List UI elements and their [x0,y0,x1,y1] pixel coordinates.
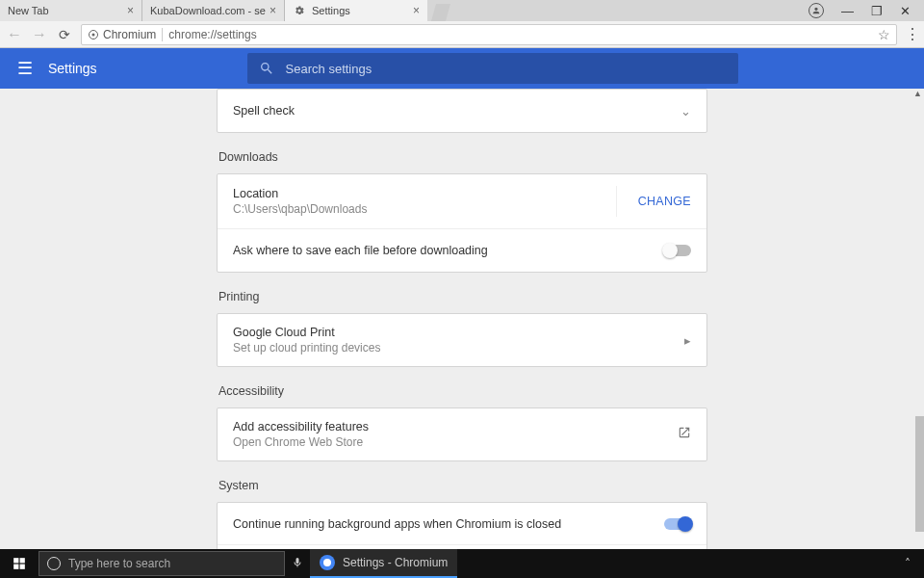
address-bar: ← → ⟳ Chromium chrome://settings ☆ ⋮ [0,21,924,48]
settings-scroll[interactable]: ▲ Spell check ⌄ Downloads Location C:\Us… [0,89,924,549]
start-button[interactable] [0,549,38,578]
background-apps-row[interactable]: Continue running background apps when Ch… [218,503,706,545]
site-chip-label: Chromium [103,28,156,41]
row-subtitle: Open Chrome Web Store [233,435,678,449]
row-title: Google Cloud Print [233,326,684,339]
settings-app: ☰ Settings ▲ Spell check ⌄ Downloads Loc… [0,48,924,549]
cortana-icon [47,557,61,570]
row-title: Location [233,187,616,200]
window-controls: — ❐ ✕ [795,0,924,21]
chevron-right-icon: ▸ [684,333,691,348]
taskbar-search[interactable]: Type here to search [38,551,285,576]
search-icon [259,61,274,76]
system-tray: ˄ [891,557,924,570]
svg-rect-4 [13,565,18,569]
row-subtitle: C:\Users\qbap\Downloads [233,202,616,216]
reload-icon[interactable]: ⟳ [56,27,73,42]
windows-taskbar: Type here to search Settings - Chromium … [0,549,924,578]
maximize-icon[interactable]: ❐ [871,4,883,18]
ask-before-download-row[interactable]: Ask where to save each file before downl… [218,229,706,272]
spellcheck-row[interactable]: Spell check ⌄ [218,90,706,132]
system-card: Continue running background apps when Ch… [217,502,707,549]
close-icon[interactable]: × [127,4,134,17]
mic-icon[interactable] [285,556,310,572]
browser-menu-icon[interactable]: ⋮ [905,25,918,43]
chromium-icon [320,555,335,570]
forward-icon[interactable]: → [31,26,48,43]
url-text: chrome://settings [168,28,256,41]
section-accessibility-label: Accessibility [218,384,707,398]
settings-header: ☰ Settings [0,48,924,89]
taskbar-app-chromium[interactable]: Settings - Chromium [310,549,457,578]
close-icon[interactable]: × [413,4,420,17]
browser-tab[interactable]: New Tab × [0,0,142,21]
taskbar-search-placeholder: Type here to search [68,557,170,570]
tab-title: Settings [312,5,413,16]
printing-card: Google Cloud Print Set up cloud printing… [217,313,707,367]
browser-tab-strip: New Tab × KubaDownload.com - se × Settin… [0,0,924,21]
svg-rect-5 [20,565,25,569]
row-title: Spell check [233,104,680,118]
taskbar-app-label: Settings - Chromium [343,556,448,569]
google-cloud-print-row[interactable]: Google Cloud Print Set up cloud printing… [218,314,706,366]
new-tab-button[interactable] [431,4,450,21]
bookmark-star-icon[interactable]: ☆ [878,27,890,42]
download-location-row: Location C:\Users\qbap\Downloads CHANGE [218,174,706,229]
tray-chevron-up-icon[interactable]: ˄ [905,557,911,570]
site-chip: Chromium [88,28,163,41]
user-avatar[interactable] [808,3,824,18]
search-input[interactable] [286,62,727,76]
browser-tab[interactable]: KubaDownload.com - se × [142,0,285,21]
svg-rect-3 [20,558,25,563]
section-downloads-label: Downloads [218,150,707,164]
row-subtitle: Set up cloud printing devices [233,341,684,355]
gear-icon [293,4,306,17]
toggle-switch[interactable] [664,518,691,530]
row-title: Add accessibility features [233,420,678,434]
svg-rect-2 [13,558,18,563]
spellcheck-card: Spell check ⌄ [217,89,707,133]
tab-title: New Tab [8,5,127,16]
row-title: Ask where to save each file before downl… [233,244,664,257]
accessibility-card: Add accessibility features Open Chrome W… [217,407,707,461]
minimize-icon[interactable]: — [841,4,854,18]
tab-title: KubaDownload.com - se [150,5,270,16]
browser-tab-active[interactable]: Settings × [285,0,427,21]
change-button[interactable]: CHANGE [616,186,691,217]
row-title: Continue running background apps when Ch… [233,517,664,531]
downloads-card: Location C:\Users\qbap\Downloads CHANGE … [217,173,707,273]
accessibility-features-row[interactable]: Add accessibility features Open Chrome W… [218,408,706,460]
section-printing-label: Printing [218,290,707,303]
search-container [247,53,738,84]
back-icon[interactable]: ← [6,26,23,43]
omnibox[interactable]: Chromium chrome://settings ☆ [81,24,897,45]
scrollbar-thumb[interactable] [915,416,924,532]
svg-point-1 [92,33,95,36]
scroll-up-icon[interactable]: ▲ [913,89,922,98]
section-system-label: System [218,479,707,492]
page-title: Settings [48,61,97,76]
window-close-icon[interactable]: ✕ [900,4,911,18]
toggle-switch[interactable] [664,245,691,256]
chevron-down-icon: ⌄ [680,104,691,118]
hamburger-icon[interactable]: ☰ [17,58,33,79]
close-icon[interactable]: × [270,4,276,17]
external-link-icon [678,426,691,443]
